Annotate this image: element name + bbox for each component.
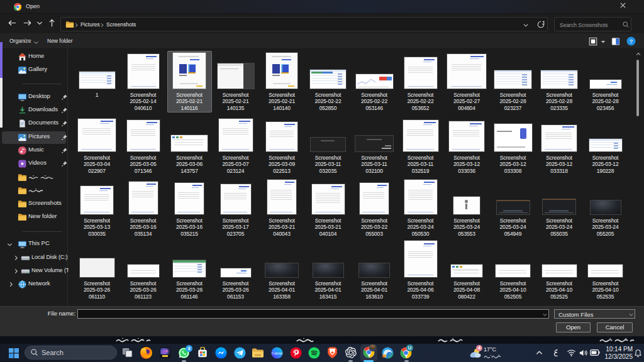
- svg-text:?: ?: [629, 38, 633, 45]
- svg-text:Canva: Canva: [272, 351, 283, 355]
